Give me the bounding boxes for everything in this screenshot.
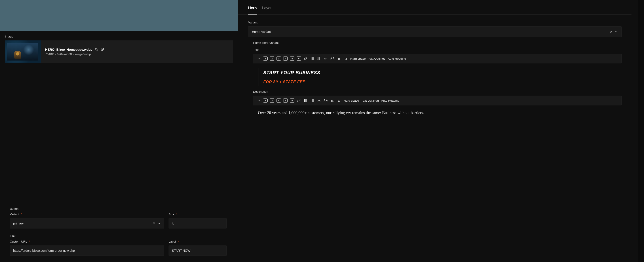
hard-space-button[interactable]: Hard space [344, 99, 359, 102]
h4-button[interactable]: 4 [276, 98, 281, 102]
underline-button[interactable]: U [344, 56, 348, 61]
url-label-text: Custom URL [10, 240, 27, 243]
right-column: Hero Layout Variant Home Variant [238, 0, 644, 262]
title-toolbar: 1 2 3 4 5 6 123 [253, 54, 622, 63]
h2-button[interactable]: 2 [263, 98, 268, 102]
home-hero-title: Home Hero Variant [253, 41, 622, 44]
variant-select[interactable]: primary [10, 218, 164, 229]
text-outlined-button[interactable]: Text Outlined [368, 57, 386, 60]
bold-button[interactable]: B [337, 56, 341, 61]
h4-button[interactable]: 4 [283, 56, 288, 60]
copy-icon[interactable] [94, 47, 98, 52]
ordered-list-icon[interactable]: 123 [310, 98, 314, 103]
h2-button[interactable]: 2 [270, 56, 274, 60]
required-marker: * [178, 240, 179, 243]
h6-button[interactable]: 6 [297, 56, 301, 60]
link-section-label: Link [10, 234, 233, 238]
description-toolbar: 2 3 4 5 6 123 A A [253, 96, 622, 105]
tab-hero[interactable]: Hero [248, 4, 257, 14]
fontsize-medium-button[interactable]: A A [324, 98, 328, 103]
title-blockquote: START YOUR BUSINESS FOR $0 + STATE FEE [258, 68, 617, 86]
variant-select-value: primary [13, 222, 24, 225]
size-field: Size * lg [168, 213, 227, 229]
link-row: Custom URL * Label * [10, 240, 233, 256]
size-select[interactable]: lg [168, 218, 227, 229]
tab-layout[interactable]: Layout [262, 4, 274, 14]
image-filename: HERO_Bizee_Homepage.webp [45, 48, 92, 51]
underline-button[interactable]: U [337, 98, 341, 103]
title-editor[interactable]: START YOUR BUSINESS FOR $0 + STATE FEE [253, 63, 622, 88]
variant-label: Variant * [10, 213, 164, 216]
home-hero-section: Home Hero Variant Title 1 2 3 4 5 6 [248, 37, 622, 116]
hard-space-button[interactable]: Hard space [350, 57, 366, 60]
image-meta: HERO_Bizee_Homepage.webp 764KB - 6204x40… [44, 46, 106, 58]
fontsize-small-button[interactable]: A A [317, 98, 321, 103]
svg-text:3: 3 [311, 101, 312, 102]
hero-variant-value: Home Variant [252, 30, 271, 33]
image-card[interactable]: HERO_Bizee_Homepage.webp 764KB - 6204x40… [5, 40, 233, 63]
h3-button[interactable]: 3 [270, 98, 274, 102]
fontsize-medium-button[interactable]: A A [330, 56, 335, 61]
chevron-down-icon[interactable] [158, 222, 161, 225]
variant-label-text: Variant [10, 213, 19, 216]
app-root: Image HERO_Bizee_Homepage.webp 764KB - 6… [0, 0, 644, 262]
right-inner: Hero Layout Variant Home Variant [238, 0, 638, 262]
url-field: Custom URL * [10, 240, 164, 256]
auto-heading-button[interactable]: Auto Heading [381, 99, 400, 102]
ordered-list-icon[interactable]: 123 [317, 56, 321, 61]
auto-heading-button[interactable]: Auto Heading [388, 57, 406, 60]
image-thumbnail [5, 40, 41, 63]
hero-variant-icons [610, 30, 618, 33]
svg-point-4 [311, 58, 312, 59]
link-icon[interactable] [297, 98, 301, 103]
bullet-list-icon[interactable] [310, 56, 314, 61]
blockquote-icon[interactable] [256, 98, 261, 103]
size-label-text: Size [168, 213, 174, 216]
h3-button[interactable]: 3 [276, 56, 281, 60]
svg-point-17 [304, 101, 305, 102]
chevron-down-icon[interactable] [615, 30, 618, 33]
title-line-2: FOR $0 + STATE FEE [263, 80, 617, 84]
description-field-label: Description [253, 90, 622, 93]
size-select-value: lg [172, 222, 174, 225]
right-body: Variant Home Variant Home Hero Variant [238, 14, 632, 120]
blockquote-icon[interactable] [256, 56, 261, 61]
label-input[interactable] [168, 246, 227, 256]
h5-button[interactable]: 5 [290, 56, 294, 60]
required-marker: * [21, 213, 22, 216]
clear-icon[interactable] [610, 30, 612, 33]
image-meta-row: HERO_Bizee_Homepage.webp [45, 47, 105, 52]
button-section-label: Button [10, 207, 233, 210]
description-editor[interactable]: Over 20 years and 1,000,000+ customers, … [253, 105, 622, 116]
h5-button[interactable]: 5 [283, 98, 288, 102]
svg-point-3 [311, 57, 312, 58]
image-panel: Image HERO_Bizee_Homepage.webp 764KB - 6… [0, 31, 238, 203]
variant-select-icons [153, 222, 161, 225]
svg-point-16 [304, 100, 305, 101]
edit-icon[interactable] [101, 47, 105, 52]
image-meta-text: 764KB - 6204x4000 - image/webp [45, 52, 105, 56]
label-label-text: Label [168, 240, 176, 243]
url-input[interactable] [10, 246, 164, 256]
h1-button[interactable]: 1 [263, 56, 268, 60]
right-edge-gutter [638, 0, 644, 262]
fontsize-small-button[interactable]: A A [324, 56, 328, 61]
image-field-label: Image [5, 35, 233, 38]
required-marker: * [176, 213, 177, 216]
hero-variant-label: Variant [248, 21, 622, 24]
clear-icon[interactable] [153, 222, 155, 225]
title-line-1: START YOUR BUSINESS [263, 70, 617, 75]
bullet-list-icon[interactable] [303, 98, 308, 103]
label-label: Label * [168, 240, 227, 243]
text-outlined-button[interactable]: Text Outlined [361, 99, 379, 102]
left-spacer [0, 0, 238, 31]
description-text: Over 20 years and 1,000,000+ customers, … [258, 111, 424, 115]
url-label: Custom URL * [10, 240, 164, 243]
h6-button[interactable]: 6 [290, 98, 294, 102]
svg-point-5 [311, 59, 312, 60]
bold-button[interactable]: B [330, 98, 335, 103]
svg-point-15 [304, 99, 305, 100]
link-icon[interactable] [303, 56, 308, 61]
button-row: Variant * primary [10, 213, 233, 229]
hero-variant-select[interactable]: Home Variant [248, 26, 622, 37]
